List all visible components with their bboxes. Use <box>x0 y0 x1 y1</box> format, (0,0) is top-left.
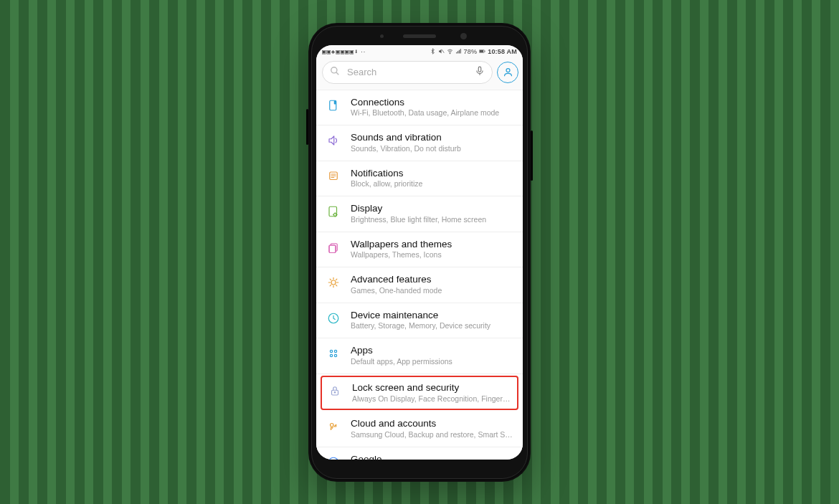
page-background: ▣▣◈▣▣▣▣⬇ ·· <box>0 0 839 504</box>
lock-icon <box>328 384 342 398</box>
settings-item-notifications[interactable]: NotificationsBlock, allow, prioritize <box>316 161 523 197</box>
phone-screen: ▣▣◈▣▣▣▣⬇ ·· <box>316 45 523 460</box>
maintenance-icon <box>326 311 341 325</box>
settings-item-text: Wallpapers and themesWallpapers, Themes,… <box>351 239 513 261</box>
settings-item-text: DisplayBrightness, Blue light filter, Ho… <box>351 203 513 225</box>
connections-icon <box>326 98 341 113</box>
svg-rect-18 <box>329 245 336 253</box>
settings-item-subtitle: Block, allow, prioritize <box>351 179 513 189</box>
svg-line-6 <box>336 72 339 75</box>
settings-item-text: GoogleGoogle settings <box>351 454 513 460</box>
svg-point-28 <box>331 424 334 427</box>
notifications-icon <box>326 169 341 184</box>
settings-item-title: Cloud and accounts <box>351 418 513 430</box>
settings-item-title: Wallpapers and themes <box>351 239 513 251</box>
wallpapers-icon <box>326 240 341 255</box>
status-time: 10:58 AM <box>488 48 517 55</box>
settings-item-title: Lock screen and security <box>352 382 511 394</box>
mute-icon <box>438 48 445 54</box>
svg-point-29 <box>328 457 338 460</box>
search-box[interactable] <box>322 61 493 84</box>
phone-bezel: ▣▣◈▣▣▣▣⬇ ·· <box>311 26 528 479</box>
svg-rect-3 <box>480 50 483 52</box>
svg-point-5 <box>331 67 337 72</box>
settings-item-title: Sounds and vibration <box>351 132 513 144</box>
settings-item-subtitle: Wi-Fi, Bluetooth, Data usage, Airplane m… <box>351 108 513 118</box>
svg-point-16 <box>333 214 336 217</box>
settings-item-subtitle: Brightness, Blue light filter, Home scre… <box>351 215 513 225</box>
settings-item-text: Cloud and accountsSamsung Cloud, Backup … <box>351 418 513 440</box>
settings-item-connections[interactable]: ConnectionsWi-Fi, Bluetooth, Data usage,… <box>316 90 523 126</box>
status-bar: ▣▣◈▣▣▣▣⬇ ·· <box>316 45 523 58</box>
settings-item-text: AppsDefault apps, App permissions <box>351 345 513 367</box>
settings-item-subtitle: Default apps, App permissions <box>351 357 513 367</box>
cloud-icon <box>326 419 341 434</box>
svg-point-22 <box>330 350 332 352</box>
settings-item-text: Advanced featuresGames, One-handed mode <box>351 274 513 296</box>
svg-point-20 <box>331 280 336 285</box>
settings-list[interactable]: ConnectionsWi-Fi, Bluetooth, Data usage,… <box>316 90 523 460</box>
search-icon <box>330 66 340 79</box>
phone-sensor <box>380 34 384 38</box>
svg-rect-7 <box>478 67 481 72</box>
settings-item-text: Device maintenanceBattery, Storage, Memo… <box>351 310 513 332</box>
settings-item-title: Google <box>351 454 513 460</box>
svg-point-8 <box>506 69 510 72</box>
settings-item-text: ConnectionsWi-Fi, Bluetooth, Data usage,… <box>351 97 513 119</box>
settings-item-maintenance[interactable]: Device maintenanceBattery, Storage, Memo… <box>316 303 523 339</box>
svg-point-25 <box>334 354 336 356</box>
settings-item-title: Notifications <box>351 168 513 180</box>
settings-item-subtitle: Wallpapers, Themes, Icons <box>351 250 513 260</box>
google-icon <box>326 455 341 460</box>
settings-item-title: Apps <box>351 345 513 357</box>
mic-icon[interactable] <box>475 66 485 79</box>
settings-item-subtitle: Always On Display, Face Recognition, Fin… <box>352 394 511 404</box>
phone-frame: ▣▣◈▣▣▣▣⬇ ·· <box>308 23 531 482</box>
svg-point-27 <box>334 391 336 393</box>
phone-camera <box>460 33 467 39</box>
settings-item-text: NotificationsBlock, allow, prioritize <box>351 168 513 190</box>
apps-icon <box>326 346 341 361</box>
wifi-icon <box>447 48 453 54</box>
search-row <box>316 58 523 90</box>
display-icon <box>326 204 341 219</box>
settings-item-subtitle: Sounds, Vibration, Do not disturb <box>351 144 513 154</box>
settings-item-wallpapers[interactable]: Wallpapers and themesWallpapers, Themes,… <box>316 232 523 268</box>
settings-item-title: Advanced features <box>351 274 513 286</box>
settings-item-advanced[interactable]: Advanced featuresGames, One-handed mode <box>316 267 523 303</box>
profile-button[interactable] <box>497 62 518 83</box>
signal-icon <box>455 48 462 54</box>
battery-percent: 78% <box>464 48 478 55</box>
settings-item-title: Connections <box>351 97 513 109</box>
settings-item-apps[interactable]: AppsDefault apps, App permissions <box>316 338 523 374</box>
settings-item-text: Sounds and vibrationSounds, Vibration, D… <box>351 132 513 154</box>
settings-item-subtitle: Games, One-handed mode <box>351 286 513 296</box>
settings-item-sounds[interactable]: Sounds and vibrationSounds, Vibration, D… <box>316 125 523 161</box>
svg-rect-10 <box>334 100 336 104</box>
settings-item-title: Device maintenance <box>351 310 513 322</box>
bluetooth-icon <box>430 48 436 54</box>
phone-speaker <box>403 34 436 38</box>
status-left: ▣▣◈▣▣▣▣⬇ ·· <box>322 48 366 55</box>
settings-item-display[interactable]: DisplayBrightness, Blue light filter, Ho… <box>316 196 523 232</box>
settings-item-subtitle: Samsung Cloud, Backup and restore, Smart… <box>351 430 513 440</box>
battery-icon <box>479 48 485 54</box>
settings-item-security[interactable]: Lock screen and securityAlways On Displa… <box>321 376 518 411</box>
settings-item-subtitle: Battery, Storage, Memory, Device securit… <box>351 321 513 331</box>
settings-item-google[interactable]: GoogleGoogle settings <box>316 447 523 460</box>
settings-item-cloud[interactable]: Cloud and accountsSamsung Cloud, Backup … <box>316 412 523 447</box>
advanced-icon <box>326 275 341 290</box>
svg-point-24 <box>330 354 332 356</box>
status-app-icons: ▣▣◈▣▣▣▣⬇ <box>322 48 359 55</box>
svg-point-23 <box>334 350 336 352</box>
settings-item-text: Lock screen and securityAlways On Displa… <box>352 382 511 404</box>
search-input[interactable] <box>346 66 469 78</box>
status-more-icon: ·· <box>361 48 366 55</box>
status-right: 78% 10:58 AM <box>430 48 517 55</box>
svg-line-0 <box>442 49 444 53</box>
sound-icon <box>326 133 341 148</box>
settings-item-title: Display <box>351 203 513 215</box>
svg-rect-4 <box>485 50 485 52</box>
svg-point-1 <box>450 53 450 54</box>
